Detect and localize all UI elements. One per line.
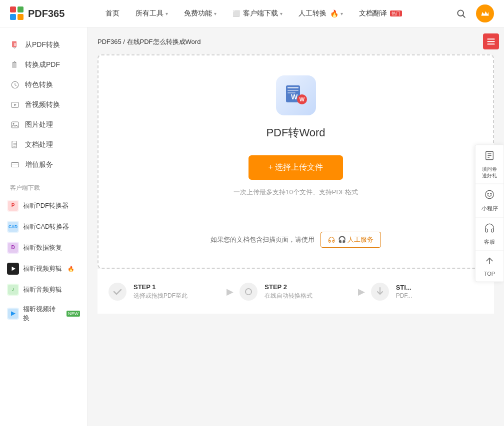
sidebar-dl-cad-converter[interactable]: CAD 福昕CAD转换器 bbox=[0, 216, 87, 237]
float-miniprogram[interactable]: 小程序 bbox=[476, 184, 504, 217]
download-icon: ⬜ bbox=[232, 10, 240, 17]
step-arrow-1: ▶ bbox=[226, 286, 234, 297]
headset-icon bbox=[328, 236, 335, 243]
svg-rect-7 bbox=[12, 122, 18, 128]
svg-text:▶: ▶ bbox=[11, 310, 16, 316]
video-edit-icon bbox=[7, 263, 19, 275]
sidebar-item-value[interactable]: 增值服务 bbox=[0, 155, 87, 175]
step-2: STEP 2 在线自动转换格式 bbox=[238, 282, 352, 302]
svg-point-0 bbox=[458, 10, 464, 16]
special-icon bbox=[10, 80, 20, 90]
cad-converter-icon: CAD bbox=[7, 221, 19, 233]
nav-doc-translate[interactable]: 文档翻译 热门 bbox=[351, 0, 410, 27]
chevron-down-icon: ▾ bbox=[214, 11, 216, 16]
main-layout: 从PDF转换 转换成PDF 特色转换 bbox=[0, 27, 504, 426]
tool-icon-wrapper: W W bbox=[276, 75, 316, 115]
sidebar-dl-data-recovery[interactable]: D 福昕数据恢复 bbox=[0, 237, 87, 258]
svg-point-35 bbox=[108, 283, 126, 301]
manual-service-button[interactable]: 🎧 人工服务 bbox=[320, 232, 382, 248]
tool-title: PDF转Word bbox=[266, 125, 325, 140]
sidebar-dl-audio-edit[interactable]: ♪ 福昕音频剪辑 bbox=[0, 279, 87, 300]
step-arrow-2: ▶ bbox=[358, 286, 365, 297]
step-1-icon bbox=[108, 282, 128, 302]
float-back-to-top[interactable]: TOP bbox=[476, 251, 504, 281]
page-corner-icon[interactable] bbox=[483, 33, 499, 49]
crown-icon bbox=[480, 9, 490, 18]
word-icon: W W bbox=[284, 81, 308, 110]
nav-manual-convert[interactable]: 人工转换 🔥 ▾ bbox=[290, 0, 351, 27]
sidebar-item-image[interactable]: 图片处理 bbox=[0, 115, 87, 135]
logo-text: PDF365 bbox=[28, 8, 64, 19]
image-icon bbox=[10, 120, 20, 130]
svg-rect-2 bbox=[12, 41, 16, 47]
nav-menu: 首页 所有工具 ▾ 免费功能 ▾ ⬜ 客户端下载 ▾ 人工转换 🔥 ▾ 文档翻译… bbox=[98, 0, 452, 27]
step-2-icon bbox=[238, 282, 258, 302]
doc-icon bbox=[10, 140, 20, 150]
upload-area: W W PDF转Word + 选择上传文件 一次上传最多支持10个文件、支持PD… bbox=[98, 54, 494, 269]
top-arrow-icon bbox=[484, 256, 494, 268]
chevron-down-icon: ▾ bbox=[340, 11, 343, 16]
nav-home[interactable]: 首页 bbox=[98, 0, 128, 27]
sidebar-item-to-pdf[interactable]: 转换成PDF bbox=[0, 55, 87, 75]
customer-service-icon bbox=[484, 222, 495, 236]
svg-point-43 bbox=[488, 193, 488, 194]
from-pdf-icon bbox=[10, 40, 20, 50]
step-1: STEP 1 选择或拖拽PDF至此 bbox=[108, 282, 222, 302]
svg-marker-6 bbox=[14, 104, 17, 106]
svg-text:D: D bbox=[11, 245, 14, 250]
svg-line-1 bbox=[463, 15, 466, 18]
sidebar-dl-pdf-converter[interactable]: P 福昕PDF转换器 bbox=[0, 195, 87, 216]
main-content: PDF365 / 在线PDF怎么转换成Word bbox=[88, 27, 504, 426]
upload-hint: 一次上传最多支持10个文件、支持PDF格式 bbox=[234, 188, 358, 197]
step-3-icon bbox=[370, 282, 390, 302]
nav-right-actions bbox=[452, 4, 494, 22]
menu-icon bbox=[486, 36, 496, 46]
svg-point-36 bbox=[240, 283, 258, 301]
svg-text:P: P bbox=[12, 203, 15, 208]
search-button[interactable] bbox=[452, 4, 470, 22]
sidebar: 从PDF转换 转换成PDF 特色转换 bbox=[0, 27, 88, 426]
media-icon bbox=[10, 100, 20, 110]
sidebar-dl-video-edit[interactable]: 福昕视频剪辑 🔥 bbox=[0, 258, 87, 279]
svg-rect-25 bbox=[488, 41, 495, 42]
fire-icon: 🔥 bbox=[330, 9, 338, 17]
sidebar-dl-video-convert[interactable]: ▶ 福昕视频转换 NEW bbox=[0, 300, 87, 327]
to-pdf-icon bbox=[10, 60, 20, 70]
svg-rect-9 bbox=[12, 141, 16, 148]
steps-area: STEP 1 选择或拖拽PDF至此 ▶ STEP 2 在线自动转换格式 bbox=[98, 269, 494, 314]
new-badge: NEW bbox=[66, 311, 80, 317]
nav-client-download[interactable]: ⬜ 客户端下载 ▾ bbox=[224, 0, 290, 27]
svg-text:W: W bbox=[291, 93, 298, 101]
float-survey[interactable]: 填问卷送好礼 bbox=[476, 145, 504, 184]
svg-rect-29 bbox=[288, 87, 298, 88]
svg-text:CAD: CAD bbox=[8, 224, 18, 229]
search-icon bbox=[456, 8, 466, 18]
sidebar-item-from-pdf[interactable]: 从PDF转换 bbox=[0, 35, 87, 55]
fire-icon: 🔥 bbox=[68, 266, 74, 272]
svg-point-42 bbox=[486, 190, 494, 199]
value-icon bbox=[10, 160, 20, 170]
chevron-down-icon: ▾ bbox=[280, 11, 282, 16]
sidebar-item-special[interactable]: 特色转换 bbox=[0, 75, 87, 95]
logo-icon bbox=[10, 6, 24, 20]
svg-text:W: W bbox=[299, 96, 304, 102]
svg-point-8 bbox=[13, 123, 14, 124]
sidebar-item-media[interactable]: 音视频转换 bbox=[0, 95, 87, 115]
hot-badge: 热门 bbox=[390, 10, 402, 17]
svg-rect-26 bbox=[488, 43, 495, 44]
float-customer-service[interactable]: 客服 bbox=[476, 217, 504, 251]
nav-free-features[interactable]: 免费功能 ▾ bbox=[176, 0, 224, 27]
svg-point-44 bbox=[490, 193, 492, 194]
audio-edit-icon: ♪ bbox=[7, 284, 19, 296]
upload-button[interactable]: + 选择上传文件 bbox=[248, 155, 344, 180]
svg-text:♪: ♪ bbox=[12, 286, 14, 292]
logo[interactable]: PDF365 bbox=[10, 6, 98, 20]
miniprogram-icon bbox=[484, 189, 495, 202]
data-recovery-icon: D bbox=[7, 242, 19, 254]
sidebar-item-doc[interactable]: 文档处理 bbox=[0, 135, 87, 155]
nav-all-tools[interactable]: 所有工具 ▾ bbox=[128, 0, 176, 27]
pdf-to-word-icon: W W bbox=[284, 81, 308, 105]
manual-service-bar: 如果您的文档包含扫描页面，请使用 🎧 人工服务 bbox=[210, 232, 382, 248]
svg-rect-24 bbox=[488, 38, 495, 39]
crown-button[interactable] bbox=[476, 4, 494, 22]
